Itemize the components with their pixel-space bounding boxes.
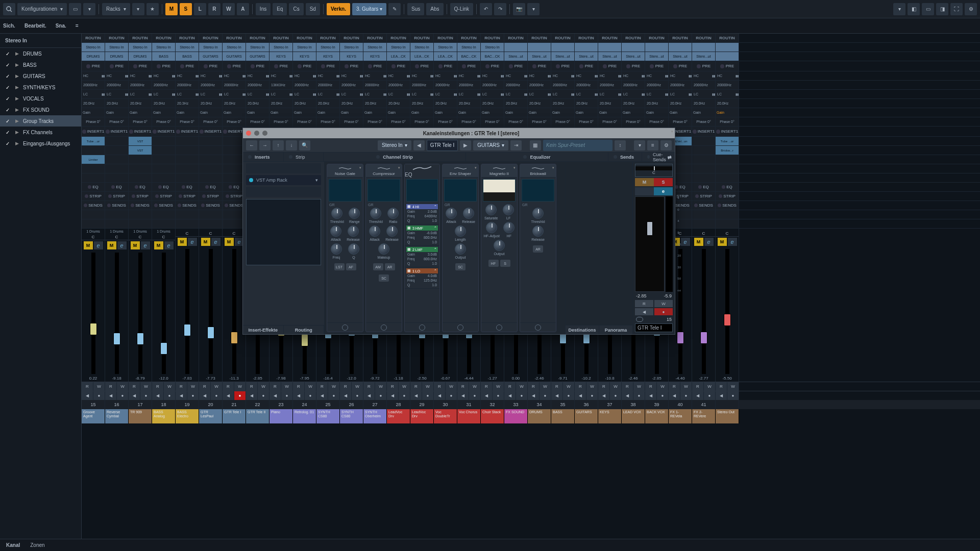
- lowcut-freq[interactable]: 20.0Hz: [129, 99, 152, 108]
- maximize-icon[interactable]: ⛶: [950, 3, 963, 15]
- output-slot[interactable]: BASS: [152, 52, 176, 61]
- phase-field[interactable]: Phase 0°: [598, 117, 622, 126]
- record-button[interactable]: ●: [493, 391, 504, 400]
- channel-name[interactable]: LEAD VOX: [622, 409, 645, 423]
- highcut-freq[interactable]: 20000Hz: [223, 81, 246, 89]
- threshld-knob[interactable]: Threshld: [531, 208, 545, 223]
- pan-value[interactable]: C: [105, 234, 128, 240]
- record-button[interactable]: ●: [469, 391, 480, 400]
- read-button[interactable]: R: [434, 382, 446, 391]
- visibility-item[interactable]: ✓▶Group Tracks: [0, 115, 81, 127]
- monitor-button[interactable]: ◀: [635, 308, 653, 315]
- edit-button[interactable]: e: [188, 238, 197, 246]
- read-button[interactable]: R: [692, 382, 704, 391]
- gain-field[interactable]: Gain: [457, 108, 481, 117]
- output-slot[interactable]: GUITARS: [199, 52, 223, 61]
- input-slot[interactable]: [504, 43, 528, 52]
- mute-button[interactable]: M: [131, 241, 140, 249]
- gain-field[interactable]: Gain: [199, 108, 223, 117]
- gain-field[interactable]: Gain: [82, 108, 105, 117]
- highcut-freq[interactable]: 20000Hz: [598, 81, 622, 89]
- phase-field[interactable]: Phase 0°: [692, 117, 716, 126]
- read-button[interactable]: R: [105, 382, 117, 391]
- input-slot[interactable]: [716, 43, 739, 52]
- visibility-item[interactable]: ✓▶GUITARS: [0, 70, 81, 82]
- fader-db[interactable]: -9.71: [558, 376, 567, 382]
- input-slot[interactable]: Stereo In: [129, 43, 152, 52]
- insert-slot-empty[interactable]: [152, 164, 176, 173]
- gain-field[interactable]: Gain: [669, 108, 692, 117]
- insert-slot-empty[interactable]: [82, 164, 105, 173]
- nav-down-icon[interactable]: ↓: [286, 140, 297, 151]
- write-button[interactable]: W: [117, 382, 128, 391]
- write-button[interactable]: W: [375, 382, 386, 391]
- write-button[interactable]: W: [727, 382, 739, 391]
- expand-icon[interactable]: ▶: [15, 141, 19, 146]
- expand-icon[interactable]: ▶: [15, 73, 19, 79]
- gain-field[interactable]: Gain: [598, 108, 622, 117]
- output-slot[interactable]: BAC...CK: [457, 52, 481, 61]
- output-slot[interactable]: DRUMS: [82, 52, 105, 61]
- insert-slot[interactable]: VST Amp Rack▾: [246, 175, 321, 185]
- fader-db[interactable]: -8.79: [135, 376, 144, 382]
- insert-slot-empty[interactable]: [105, 173, 129, 182]
- output-slot[interactable]: DRUMS: [105, 52, 129, 61]
- fader-track[interactable]: [232, 249, 236, 374]
- record-button[interactable]: ●: [540, 391, 551, 400]
- zone-left-icon[interactable]: ◧: [908, 3, 920, 15]
- functions-icon[interactable]: ≡: [647, 140, 658, 151]
- write-button[interactable]: W: [223, 3, 235, 15]
- power-icon[interactable]: [496, 324, 502, 331]
- send-slot[interactable]: [176, 210, 199, 219]
- send-slot[interactable]: [82, 210, 105, 219]
- highcut-freq[interactable]: 20000Hz: [387, 81, 410, 89]
- solo-all-button[interactable]: S: [180, 3, 192, 15]
- output-slot[interactable]: Stere...ut: [551, 52, 575, 61]
- gain-field[interactable]: Gain: [551, 108, 575, 117]
- input-routing[interactable]: Stereo In ▾: [378, 140, 411, 151]
- insert-slot-empty[interactable]: [199, 173, 223, 182]
- read-button[interactable]: R: [82, 382, 93, 391]
- record-button[interactable]: ●: [352, 391, 363, 400]
- zonen-tab[interactable]: Zonen: [30, 542, 44, 548]
- monitor-button[interactable]: ◀: [340, 391, 352, 400]
- input-slot[interactable]: Stereo In: [246, 43, 270, 52]
- lowcut-freq[interactable]: 20.0Hz: [575, 99, 598, 108]
- channel-name[interactable]: TR 909: [129, 409, 152, 423]
- fader-db[interactable]: -5.50: [722, 376, 731, 382]
- write-button[interactable]: W: [164, 382, 175, 391]
- range-knob[interactable]: Range: [349, 208, 360, 223]
- lowcut-freq[interactable]: 20.0Hz: [410, 99, 434, 108]
- output-slot[interactable]: KEYS: [293, 52, 316, 61]
- phase-field[interactable]: Phase 0°: [82, 117, 105, 126]
- zoom-icon[interactable]: [262, 131, 267, 136]
- channel-name[interactable]: SYNTH CS80: [316, 409, 340, 423]
- output-slot[interactable]: Stere...ut: [622, 52, 645, 61]
- write-button[interactable]: W: [654, 300, 673, 307]
- module-header[interactable]: Brickwall▾: [520, 164, 556, 178]
- camera-icon[interactable]: 📷: [513, 3, 525, 15]
- phase-field[interactable]: Phase 0°: [152, 117, 176, 126]
- fader-db[interactable]: -16.4: [323, 376, 332, 382]
- channel-name[interactable]: LeadVoc Drv: [410, 409, 434, 423]
- hf-adjust-knob[interactable]: HF-Adjust: [484, 222, 500, 238]
- read-button[interactable]: R: [363, 382, 375, 391]
- record-button[interactable]: ●: [657, 391, 668, 400]
- input-slot[interactable]: Stereo In: [176, 43, 199, 52]
- send-slot[interactable]: [199, 219, 223, 228]
- fader-db[interactable]: -10.8: [605, 376, 614, 382]
- freq-knob[interactable]: Freq: [331, 243, 342, 259]
- fader-db[interactable]: -2.85: [253, 376, 262, 382]
- preset-field[interactable]: Kein Spur-Preset: [543, 140, 612, 151]
- record-button[interactable]: ●: [727, 391, 739, 400]
- gain-field[interactable]: Gain: [645, 108, 669, 117]
- fader-track[interactable]: [185, 249, 189, 374]
- send-slot[interactable]: [152, 210, 176, 219]
- record-button[interactable]: ●: [164, 391, 175, 400]
- mute-button[interactable]: M: [154, 241, 163, 249]
- gain-field[interactable]: Gain: [246, 108, 270, 117]
- highcut-freq[interactable]: 20000Hz: [575, 81, 598, 89]
- input-slot[interactable]: Stereo In: [316, 43, 340, 52]
- read-button[interactable]: R: [410, 382, 422, 391]
- phase-field[interactable]: Phase 0°: [129, 117, 152, 126]
